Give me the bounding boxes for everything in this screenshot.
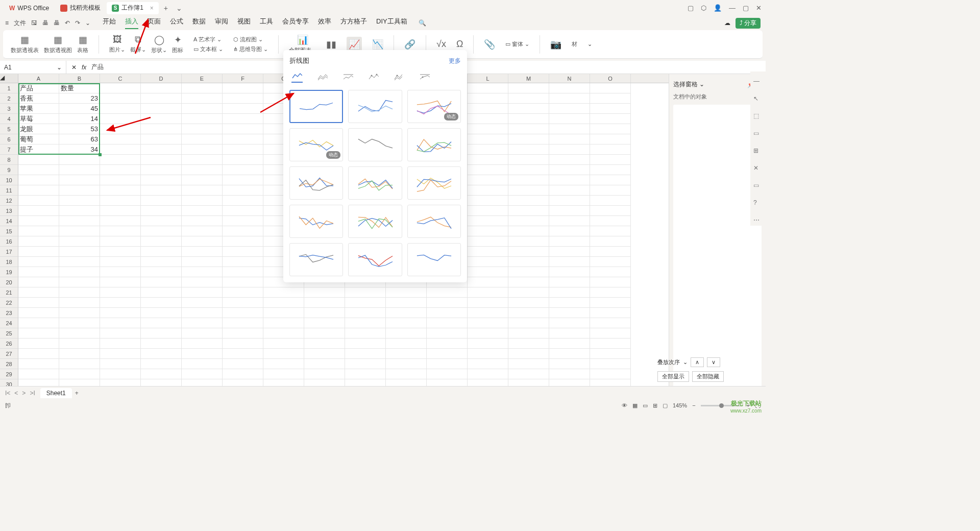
- cell[interactable]: [182, 369, 223, 379]
- cell[interactable]: [549, 134, 590, 144]
- cell[interactable]: [590, 144, 631, 155]
- stack-dropdown[interactable]: ⌄: [683, 359, 688, 366]
- backup-tool-icon[interactable]: ▭: [753, 182, 763, 191]
- cell[interactable]: [549, 206, 590, 216]
- hide-all-button[interactable]: 全部隐藏: [692, 371, 724, 382]
- cell[interactable]: [345, 298, 386, 308]
- cell[interactable]: [141, 287, 182, 298]
- cell[interactable]: 苹果: [18, 104, 59, 114]
- cell[interactable]: [304, 369, 345, 379]
- cell[interactable]: [508, 277, 549, 287]
- cell[interactable]: [100, 236, 141, 247]
- column-header[interactable]: F: [223, 74, 263, 83]
- cell[interactable]: [100, 257, 141, 267]
- qat-dropdown-icon[interactable]: ⌄: [85, 19, 90, 27]
- cell[interactable]: [427, 359, 468, 369]
- cell[interactable]: [386, 369, 427, 379]
- cell[interactable]: [263, 318, 304, 328]
- cell[interactable]: [182, 379, 223, 387]
- cell[interactable]: [549, 369, 590, 379]
- cell[interactable]: [549, 196, 590, 206]
- show-all-button[interactable]: 全部显示: [657, 371, 689, 382]
- cell[interactable]: [386, 298, 427, 308]
- cell[interactable]: 龙眼: [18, 124, 59, 134]
- cell[interactable]: [508, 83, 549, 93]
- cell[interactable]: [182, 83, 223, 93]
- row-header[interactable]: 6: [0, 134, 18, 144]
- search-icon[interactable]: 🔍: [419, 19, 426, 27]
- column-header[interactable]: M: [508, 74, 549, 83]
- cell[interactable]: [508, 318, 549, 328]
- cell[interactable]: [182, 226, 223, 236]
- row-header[interactable]: 29: [0, 369, 18, 379]
- cell[interactable]: [549, 257, 590, 267]
- cell[interactable]: [18, 277, 59, 287]
- view-eye-icon[interactable]: 👁: [622, 402, 627, 408]
- table-button[interactable]: ▦表格: [77, 34, 88, 54]
- cell[interactable]: [223, 124, 263, 134]
- cell[interactable]: [141, 359, 182, 369]
- row-header[interactable]: 10: [0, 175, 18, 185]
- cell[interactable]: [468, 369, 508, 379]
- textbox-button[interactable]: ▭文本框⌄: [193, 45, 223, 53]
- cell[interactable]: [549, 287, 590, 298]
- status-icon[interactable]: 卽: [5, 402, 11, 409]
- last-sheet-button[interactable]: >I: [30, 390, 35, 397]
- cell[interactable]: [549, 104, 590, 114]
- cell[interactable]: [141, 104, 182, 114]
- cell[interactable]: [182, 257, 223, 267]
- cell[interactable]: [508, 165, 549, 175]
- cell[interactable]: [100, 349, 141, 359]
- menu-tab-8[interactable]: 会员专享: [282, 17, 309, 29]
- cell[interactable]: [345, 318, 386, 328]
- menu-tab-7[interactable]: 工具: [260, 17, 273, 29]
- column-header[interactable]: B: [59, 74, 100, 83]
- cell[interactable]: [18, 318, 59, 328]
- cell[interactable]: [590, 379, 631, 387]
- cell[interactable]: [141, 328, 182, 339]
- cell[interactable]: [304, 379, 345, 387]
- row-header[interactable]: 18: [0, 257, 18, 267]
- cell[interactable]: [59, 155, 100, 165]
- cell[interactable]: [427, 339, 468, 349]
- cell[interactable]: [345, 379, 386, 387]
- fx-button[interactable]: fx: [82, 64, 86, 71]
- cell[interactable]: [100, 328, 141, 339]
- cell[interactable]: [59, 369, 100, 379]
- cell[interactable]: [100, 226, 141, 236]
- menu-tab-3[interactable]: 公式: [170, 17, 183, 29]
- share-button[interactable]: ⤴分享: [736, 18, 761, 29]
- cell[interactable]: [141, 93, 182, 104]
- save-icon[interactable]: 🖫: [31, 19, 37, 27]
- cell[interactable]: [549, 308, 590, 318]
- cell[interactable]: [59, 257, 100, 267]
- form-button[interactable]: ▭窗体⌄: [505, 40, 529, 48]
- cell[interactable]: [223, 359, 263, 369]
- row-header[interactable]: 26: [0, 339, 18, 349]
- cell[interactable]: [100, 287, 141, 298]
- cell[interactable]: [18, 165, 59, 175]
- cell[interactable]: [386, 287, 427, 298]
- cell[interactable]: 数量: [59, 83, 100, 93]
- chart-template-13[interactable]: [348, 243, 402, 276]
- cell[interactable]: [508, 114, 549, 124]
- row-header[interactable]: 7: [0, 144, 18, 155]
- cell[interactable]: [468, 328, 508, 339]
- cell[interactable]: [182, 185, 223, 196]
- cell[interactable]: [549, 114, 590, 124]
- cell[interactable]: [468, 185, 508, 196]
- cell[interactable]: [100, 339, 141, 349]
- app-icon-2[interactable]: ⬡: [701, 4, 706, 12]
- cell[interactable]: [549, 267, 590, 277]
- chart-template-3[interactable]: 动态: [289, 128, 343, 161]
- cell[interactable]: [508, 379, 549, 387]
- cell[interactable]: [468, 257, 508, 267]
- layer-tool-icon[interactable]: ▭: [753, 130, 763, 139]
- chart-template-1[interactable]: [348, 90, 402, 123]
- cell[interactable]: [508, 185, 549, 196]
- cell[interactable]: [549, 247, 590, 257]
- cell[interactable]: [427, 308, 468, 318]
- name-box[interactable]: A1⌄: [0, 61, 66, 74]
- cell[interactable]: [223, 328, 263, 339]
- cell[interactable]: [223, 349, 263, 359]
